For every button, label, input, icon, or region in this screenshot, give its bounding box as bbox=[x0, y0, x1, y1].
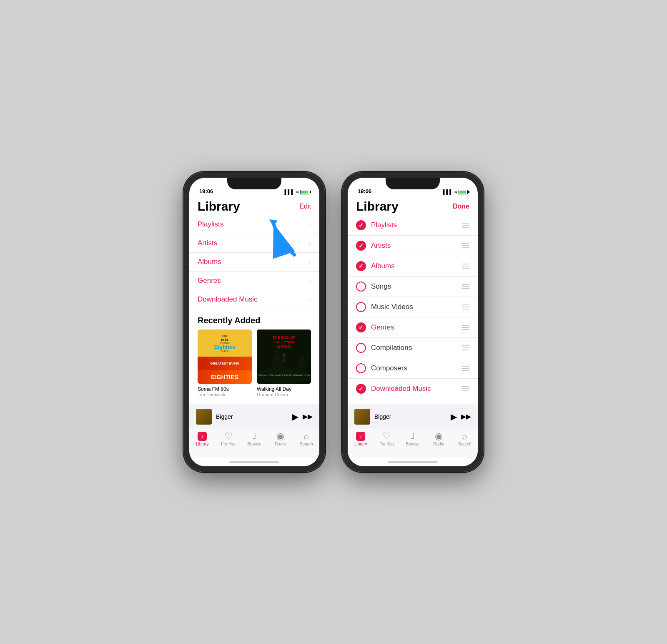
songs-label: Songs bbox=[371, 282, 457, 291]
drag-handle[interactable] bbox=[462, 264, 469, 269]
status-time: 19:06 bbox=[358, 188, 371, 194]
check-circle-unchecked[interactable] bbox=[356, 343, 366, 353]
edit-button[interactable]: Edit bbox=[299, 203, 311, 210]
artists-label: Artists bbox=[198, 239, 217, 247]
tab-label: Radio bbox=[433, 442, 444, 446]
tab-bar: ♪ Library ♡ For You ♩ Browse ◉ Radio ⌕ bbox=[348, 428, 478, 458]
edit-item-artists[interactable]: ✓ Artists bbox=[348, 236, 478, 256]
downloaded-music-label: Downloaded Music bbox=[371, 385, 457, 393]
check-circle[interactable]: ✓ bbox=[356, 261, 366, 271]
now-playing-art bbox=[196, 409, 212, 425]
edit-item-downloaded[interactable]: ✓ Downloaded Music bbox=[348, 379, 478, 399]
album-item[interactable]: THE END OF THE F***ING WORLD ORIGINAL SO… bbox=[257, 330, 311, 397]
tab-library[interactable]: ♪ Library bbox=[348, 432, 374, 446]
browse-icon: ♩ bbox=[252, 432, 256, 441]
edit-item-playlists[interactable]: ✓ Playlists bbox=[348, 215, 478, 236]
drag-handle[interactable] bbox=[462, 304, 469, 309]
notch bbox=[386, 178, 440, 189]
page-title: Library bbox=[356, 199, 399, 214]
header: Library Done bbox=[348, 196, 478, 215]
albums-label: Albums bbox=[198, 258, 221, 266]
tab-for-you[interactable]: ♡ For You bbox=[215, 432, 241, 446]
tab-label: Radio bbox=[275, 442, 286, 446]
edit-list: ✓ Playlists ✓ Artists bbox=[348, 215, 478, 405]
drag-handle[interactable] bbox=[462, 223, 469, 228]
chevron-icon: › bbox=[309, 240, 311, 247]
check-circle[interactable]: ✓ bbox=[356, 220, 366, 230]
notch bbox=[227, 178, 281, 189]
tab-label: Search bbox=[458, 442, 471, 446]
edit-item-albums[interactable]: ✓ Albums bbox=[348, 256, 478, 277]
list-item[interactable]: Downloaded Music › bbox=[189, 290, 319, 309]
radio-icon: ◉ bbox=[435, 432, 443, 441]
album-grid: 100 HITS THE BEST Eighties ALBUM GREATES… bbox=[189, 330, 319, 397]
drag-handle[interactable] bbox=[462, 345, 469, 350]
status-time: 19:06 bbox=[199, 188, 213, 194]
drag-handle[interactable] bbox=[462, 325, 469, 330]
tab-search[interactable]: ⌕ Search bbox=[293, 432, 319, 446]
tab-browse[interactable]: ♩ Browse bbox=[241, 432, 267, 446]
edit-item-compilations[interactable]: Compilations bbox=[348, 338, 478, 358]
svg-text:ORIGINAL SONGS AND SCORE BY GR: ORIGINAL SONGS AND SCORE BY GRAHAM COXON bbox=[258, 374, 310, 377]
play-button[interactable]: ▶ bbox=[451, 412, 457, 422]
svg-text:WORLD: WORLD bbox=[277, 345, 291, 349]
edit-item-songs[interactable]: Songs bbox=[348, 277, 478, 297]
drag-handle[interactable] bbox=[462, 243, 469, 248]
signal-icon: ▌▌▌ bbox=[443, 189, 453, 194]
library-icon: ♪ bbox=[356, 432, 365, 441]
chevron-icon: › bbox=[309, 277, 311, 284]
now-playing-bar[interactable]: Bigger ▶ ▶▶ bbox=[348, 405, 478, 428]
skip-button[interactable]: ▶▶ bbox=[461, 413, 471, 420]
walking-album-art: THE END OF THE F***ING WORLD ORIGINAL SO… bbox=[257, 330, 311, 384]
list-item[interactable]: Playlists › bbox=[189, 215, 319, 234]
check-circle-unchecked[interactable] bbox=[356, 363, 366, 373]
checkmark-icon: ✓ bbox=[359, 325, 364, 330]
check-circle-unchecked[interactable] bbox=[356, 282, 366, 292]
page-title: Library bbox=[198, 199, 240, 214]
checkmark-icon: ✓ bbox=[359, 222, 364, 228]
tab-search[interactable]: ⌕ Search bbox=[452, 432, 478, 446]
downloaded-music-label: Downloaded Music bbox=[198, 295, 258, 304]
tab-radio[interactable]: ◉ Radio bbox=[426, 432, 451, 446]
skip-button[interactable]: ▶▶ bbox=[303, 413, 313, 420]
wifi-icon: ≈ bbox=[296, 189, 298, 194]
check-circle[interactable]: ✓ bbox=[356, 384, 366, 394]
check-circle[interactable]: ✓ bbox=[356, 322, 366, 332]
tab-for-you[interactable]: ♡ For You bbox=[374, 432, 399, 446]
album-artist: Graham Coxon bbox=[257, 392, 311, 397]
phone-1: 19:06 ▌▌▌ ≈ Library Edit Playlists › bbox=[183, 172, 325, 472]
composers-label: Composers bbox=[371, 364, 457, 372]
drag-handle[interactable] bbox=[462, 386, 469, 391]
home-bar bbox=[229, 461, 279, 463]
chevron-icon: › bbox=[309, 296, 311, 303]
drag-handle[interactable] bbox=[462, 366, 469, 371]
edit-item-music-videos[interactable]: Music Videos bbox=[348, 297, 478, 317]
tab-radio[interactable]: ◉ Radio bbox=[267, 432, 293, 446]
drag-handle[interactable] bbox=[462, 284, 469, 289]
list-item[interactable]: Albums › bbox=[189, 253, 319, 272]
list-item[interactable]: Artists › bbox=[189, 234, 319, 253]
tab-label: Search bbox=[300, 442, 313, 446]
browse-icon: ♩ bbox=[411, 432, 415, 441]
now-playing-bar[interactable]: Bigger ▶ ▶▶ bbox=[189, 405, 319, 428]
tab-label: Library bbox=[196, 442, 209, 446]
check-circle-unchecked[interactable] bbox=[356, 302, 366, 312]
album-item[interactable]: 100 HITS THE BEST Eighties ALBUM GREATES… bbox=[198, 330, 252, 397]
play-button[interactable]: ▶ bbox=[292, 412, 298, 422]
tab-browse[interactable]: ♩ Browse bbox=[400, 432, 426, 446]
battery-icon bbox=[300, 190, 309, 194]
home-bar bbox=[388, 461, 438, 463]
list-item[interactable]: Genres › bbox=[189, 272, 319, 290]
tab-library[interactable]: ♪ Library bbox=[189, 432, 215, 446]
edit-item-composers[interactable]: Composers bbox=[348, 358, 478, 379]
radio-icon: ◉ bbox=[276, 432, 284, 441]
check-circle[interactable]: ✓ bbox=[356, 241, 366, 251]
done-button[interactable]: Done bbox=[453, 203, 469, 210]
music-videos-label: Music Videos bbox=[371, 303, 457, 311]
artists-label: Artists bbox=[371, 242, 457, 250]
albums-label: Albums bbox=[371, 262, 457, 270]
edit-item-genres[interactable]: ✓ Genres bbox=[348, 317, 478, 338]
genres-label: Genres bbox=[371, 323, 457, 332]
tab-label: Browse bbox=[247, 442, 261, 446]
tab-label: For You bbox=[221, 442, 235, 446]
